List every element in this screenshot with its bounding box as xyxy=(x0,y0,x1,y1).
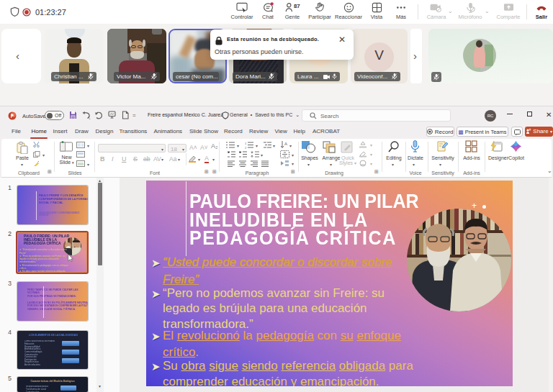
svg-text:1: 1 xyxy=(245,142,247,145)
svg-text:2: 2 xyxy=(245,146,247,150)
svg-text:87: 87 xyxy=(294,3,300,9)
svg-text:A: A xyxy=(284,142,287,146)
